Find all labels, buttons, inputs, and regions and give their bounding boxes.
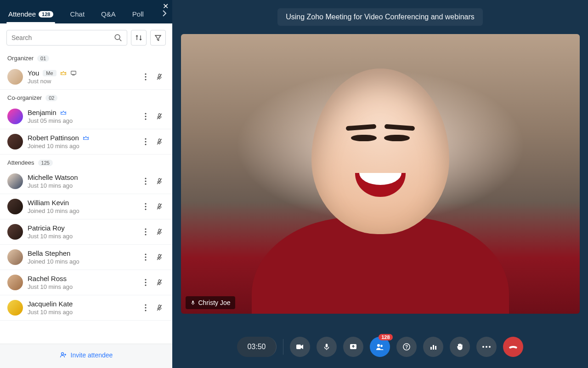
more-vert-icon[interactable] [145, 228, 147, 236]
more-options-button[interactable] [476, 337, 497, 357]
person-meta: You Me Just now [28, 69, 145, 85]
sort-button[interactable] [131, 30, 147, 46]
mic-toggle-button[interactable] [317, 337, 337, 357]
mic-muted-icon[interactable] [156, 228, 163, 236]
mic-icon [190, 300, 196, 305]
me-badge: Me [43, 70, 56, 76]
person-name: Jacquelin Kate [28, 300, 73, 308]
search-input[interactable] [11, 34, 114, 41]
attendee-list[interactable]: Organizer 01 You Me Just now Co-organize… [0, 50, 172, 344]
more-vert-icon[interactable] [145, 178, 147, 185]
avatar [7, 173, 23, 189]
svg-point-34 [145, 253, 146, 255]
reactions-button[interactable] [450, 337, 470, 357]
list-item[interactable]: Michelle WatsonJust 10 mins ago [0, 169, 172, 194]
mic-muted-icon[interactable] [156, 279, 163, 286]
svg-point-31 [145, 234, 146, 235]
polls-button[interactable] [423, 337, 443, 357]
tab-label: Attendee [8, 10, 36, 18]
list-item[interactable]: Jacquelin KateJust 10 mins ago [0, 295, 172, 321]
mic-muted-icon[interactable] [156, 203, 163, 210]
person-add-icon [60, 351, 67, 359]
list-item[interactable]: Benjamin Just 05 mins ago [0, 104, 172, 129]
mic-muted-icon[interactable] [156, 113, 163, 120]
list-item[interactable]: Patricia RoyJust 10 mins ago [0, 219, 172, 245]
search-box[interactable] [6, 30, 127, 46]
more-vert-icon[interactable] [145, 253, 147, 261]
mic-muted-icon[interactable] [156, 253, 163, 261]
svg-point-0 [115, 34, 120, 40]
avatar [7, 275, 23, 290]
svg-point-39 [145, 279, 146, 280]
crown-outline-icon [60, 109, 67, 116]
avatar [7, 199, 23, 214]
more-horiz-icon [482, 345, 491, 348]
svg-point-54 [377, 344, 380, 347]
person-status: Just now [28, 78, 145, 85]
more-vert-icon[interactable] [145, 203, 147, 210]
end-call-button[interactable] [503, 337, 523, 357]
more-vert-icon[interactable] [145, 138, 147, 145]
svg-point-46 [145, 310, 146, 311]
tab-attendee[interactable]: Attendee 128 [0, 6, 62, 23]
tab-qa[interactable]: Q&A [93, 6, 124, 23]
svg-point-9 [145, 113, 146, 114]
tab-label: Q&A [101, 10, 116, 18]
tabs-scroll-right[interactable] [162, 10, 172, 20]
section-count: 01 [37, 55, 49, 62]
video-toggle-button[interactable] [290, 337, 310, 357]
svg-point-11 [145, 118, 146, 120]
mic-muted-icon[interactable] [156, 73, 163, 80]
more-vert-icon[interactable] [145, 279, 147, 286]
svg-point-16 [145, 144, 146, 145]
tab-poll[interactable]: Poll [124, 6, 152, 23]
attendee-panel: ✕ Attendee 128 Chat Q&A Poll [0, 0, 172, 368]
svg-line-1 [119, 39, 121, 41]
list-item[interactable]: Robert Pattinson Joined 10 mins ago [0, 129, 172, 155]
share-screen-button[interactable] [343, 337, 363, 357]
more-vert-icon[interactable] [145, 304, 147, 311]
list-item[interactable]: Rachel RossJust 10 mins ago [0, 270, 172, 295]
qa-button[interactable]: ? [396, 337, 417, 357]
main-stage: Using Zoho Meeting for Video Conferencin… [172, 0, 588, 368]
question-icon: ? [402, 343, 411, 351]
filter-icon [154, 34, 162, 41]
more-vert-icon[interactable] [145, 73, 147, 80]
svg-point-29 [145, 228, 146, 230]
person-name: Robert Pattinson [28, 134, 79, 142]
mic-muted-icon[interactable] [156, 178, 163, 185]
svg-point-15 [145, 141, 146, 142]
crown-icon [60, 70, 67, 76]
more-vert-icon[interactable] [145, 113, 147, 120]
section-count: 125 [38, 160, 53, 166]
raise-hand-icon [455, 342, 464, 351]
close-icon[interactable]: ✕ [163, 2, 169, 11]
list-item[interactable]: Bella StephenJoined 10 mins ago [0, 245, 172, 270]
svg-point-10 [145, 115, 146, 117]
svg-point-41 [145, 284, 146, 286]
mic-muted-icon[interactable] [156, 304, 163, 311]
meeting-controls: 03:50 128 ? [237, 337, 523, 357]
participants-button[interactable]: 128 [370, 337, 390, 357]
invite-attendee-button[interactable]: Invite attendee [60, 351, 113, 359]
list-item[interactable]: You Me Just now [0, 64, 172, 90]
tab-chat[interactable]: Chat [62, 6, 93, 23]
person-status: Joined 10 mins ago [28, 143, 145, 150]
svg-point-35 [145, 256, 146, 258]
person-name: Michelle Watson [28, 173, 78, 181]
section-count: 02 [45, 95, 57, 101]
participant-count-badge: 128 [379, 334, 392, 340]
list-item[interactable]: William KevinJoined 10 mins ago [0, 194, 172, 219]
person-name: Benjamin [28, 109, 57, 116]
mic-muted-icon[interactable] [156, 138, 163, 145]
mic-icon [322, 343, 331, 351]
camera-icon [295, 342, 305, 351]
avatar [7, 249, 23, 265]
svg-point-40 [145, 282, 146, 283]
search-icon [114, 34, 122, 42]
active-speaker-video[interactable]: Christy Joe [181, 34, 580, 314]
filter-button[interactable] [150, 30, 166, 46]
meeting-title: Using Zoho Meeting for Video Conferencin… [277, 8, 483, 26]
svg-point-62 [486, 346, 487, 348]
avatar [7, 109, 23, 124]
